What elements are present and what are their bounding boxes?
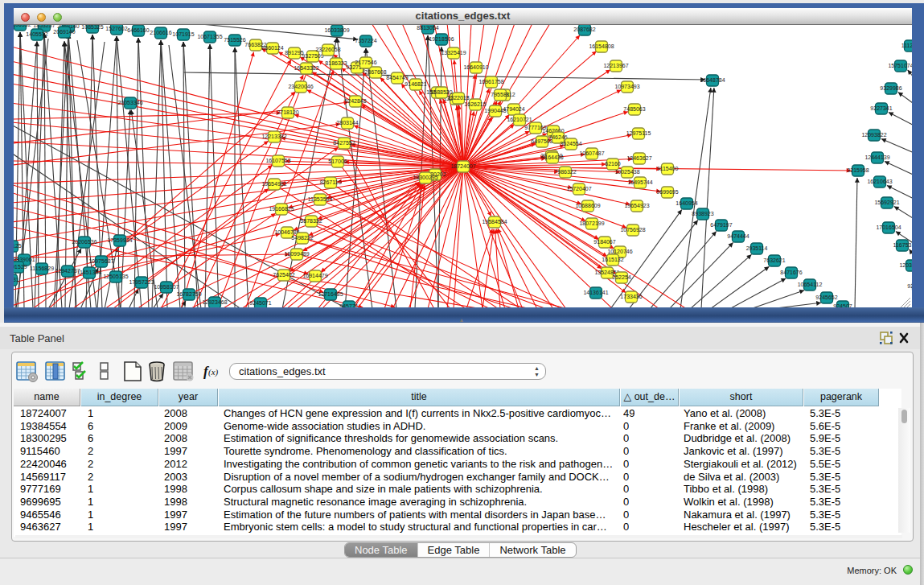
svg-text:17359934: 17359934 [107, 237, 132, 243]
svg-text:18463627: 18463627 [626, 155, 651, 161]
svg-text:8938923: 8938923 [692, 211, 713, 216]
svg-text:16648784: 16648784 [700, 77, 725, 83]
svg-text:2718120: 2718120 [277, 109, 298, 115]
svg-text:7515526: 7515526 [224, 37, 245, 43]
svg-text:8454749: 8454749 [386, 75, 408, 80]
svg-text:16154808: 16154808 [589, 43, 614, 49]
svg-text:18072199: 18072199 [579, 220, 604, 226]
svg-text:7625402: 7625402 [273, 272, 294, 278]
svg-text:1733436: 1733436 [620, 294, 642, 299]
svg-text:62160: 62160 [605, 161, 621, 167]
svg-text:12923468: 12923468 [202, 299, 227, 305]
svg-text:13716485: 13716485 [318, 291, 343, 297]
svg-text:8471676: 8471676 [780, 270, 802, 275]
svg-text:18300295: 18300295 [413, 175, 437, 180]
svg-text:517006: 517006 [328, 159, 347, 164]
svg-text:16099489: 16099489 [284, 251, 309, 257]
svg-text:19654982: 19654982 [261, 181, 286, 187]
svg-text:10046786: 10046786 [274, 229, 299, 235]
svg-text:13325419: 13325419 [441, 50, 466, 56]
svg-text:23420046: 23420046 [288, 84, 313, 89]
svg-text:16961758: 16961758 [478, 79, 503, 84]
svg-text:2867608: 2867608 [364, 69, 386, 75]
svg-text:10671355: 10671355 [197, 34, 222, 39]
svg-text:20531: 20531 [14, 277, 19, 282]
svg-text:9227341: 9227341 [870, 105, 892, 111]
svg-text:17957223: 17957223 [129, 279, 154, 285]
svg-text:16107553: 16107553 [265, 158, 290, 163]
svg-text:12505135: 12505135 [103, 274, 128, 279]
svg-text:5878332: 5878332 [300, 218, 322, 224]
svg-text:9327509: 9327509 [302, 53, 323, 59]
svg-text:10654112: 10654112 [798, 282, 823, 287]
svg-text:19218506: 19218506 [429, 36, 454, 42]
svg-text:12093822: 12093822 [861, 132, 886, 138]
svg-text:8186323: 8186323 [325, 60, 347, 66]
svg-text:12975115: 12975115 [626, 130, 651, 136]
svg-text:2069140: 2069140 [53, 29, 75, 35]
svg-text:12034514: 12034514 [899, 262, 912, 268]
svg-text:9115400: 9115400 [657, 166, 679, 171]
svg-text:6466160: 6466160 [127, 27, 149, 33]
svg-text:23226058: 23226058 [315, 47, 340, 52]
svg-text:19654923: 19654923 [624, 203, 649, 208]
svg-text:945771: 945771 [339, 303, 358, 307]
svg-text:111209: 111209 [901, 43, 912, 48]
svg-text:12444139: 12444139 [864, 154, 889, 160]
svg-text:1853257: 1853257 [33, 25, 55, 28]
svg-text:1071915: 1071915 [172, 31, 194, 37]
svg-text:7357224: 7357224 [355, 38, 376, 43]
svg-text:17016504: 17016504 [876, 225, 901, 230]
svg-text:795581: 795581 [491, 92, 509, 97]
svg-text:20053346: 20053346 [117, 100, 142, 105]
svg-text:16640910: 16640910 [463, 64, 488, 70]
svg-text:2106532: 2106532 [14, 25, 31, 27]
svg-text:9146821: 9146821 [405, 81, 426, 87]
svg-text:1085325: 1085325 [81, 25, 103, 30]
svg-text:15720407: 15720407 [566, 186, 591, 192]
svg-text:9242848: 9242848 [344, 98, 366, 104]
svg-text:16495744: 16495744 [627, 179, 652, 185]
svg-text:252254: 252254 [612, 274, 630, 280]
svg-text:9699695: 9699695 [656, 189, 678, 195]
svg-text:1322013: 1322013 [447, 95, 469, 101]
svg-text:20206536: 20206536 [72, 239, 97, 245]
svg-text:1405572: 1405572 [26, 31, 47, 37]
svg-text:2177546: 2177546 [355, 60, 376, 65]
svg-text:116753: 116753 [893, 242, 912, 248]
svg-text:16543382: 16543382 [294, 65, 318, 71]
svg-text:6479197: 6479197 [710, 222, 732, 228]
svg-text:16210721: 16210721 [507, 117, 532, 122]
svg-text:19584584: 19584584 [482, 219, 507, 225]
svg-text:9245012: 9245012 [907, 283, 912, 289]
svg-text:9164436: 9164436 [541, 154, 563, 160]
svg-text:15692921: 15692921 [874, 200, 899, 205]
svg-text:8215958: 8215958 [847, 167, 869, 173]
svg-text:7632621: 7632621 [763, 257, 785, 263]
svg-text:(x): (x) [208, 367, 219, 377]
svg-text:10958107: 10958107 [154, 284, 179, 290]
svg-text:8427552: 8427552 [333, 140, 355, 146]
svg-text:15751074: 15751074 [888, 63, 912, 68]
svg-text:104125: 104125 [14, 243, 22, 249]
svg-text:2935114: 2935114 [746, 245, 768, 251]
svg-text:924507: 924507 [833, 303, 852, 307]
svg-text:11451344: 11451344 [77, 270, 102, 275]
svg-text:10688609: 10688609 [575, 203, 600, 208]
svg-text:1640954: 1640954 [676, 200, 697, 206]
svg-text:9329986: 9329986 [880, 85, 901, 91]
svg-text:11353594: 11353594 [308, 196, 333, 202]
svg-text:16914479: 16914479 [302, 273, 327, 278]
svg-text:18724007: 18724007 [450, 163, 475, 169]
svg-text:3624554: 3624554 [560, 141, 581, 146]
svg-text:9245071: 9245071 [249, 300, 271, 306]
svg-text:10973493: 10973493 [614, 84, 639, 89]
svg-text:9474444: 9474444 [727, 233, 749, 239]
svg-text:8660124: 8660124 [261, 45, 283, 51]
svg-text:10120746: 10120746 [607, 249, 632, 254]
svg-text:7485063: 7485063 [623, 106, 645, 112]
svg-text:12213967: 12213967 [603, 63, 628, 68]
svg-text:4794024: 4794024 [503, 106, 524, 112]
svg-text:12213382: 12213382 [261, 134, 286, 139]
svg-text:891295: 891295 [285, 50, 303, 56]
